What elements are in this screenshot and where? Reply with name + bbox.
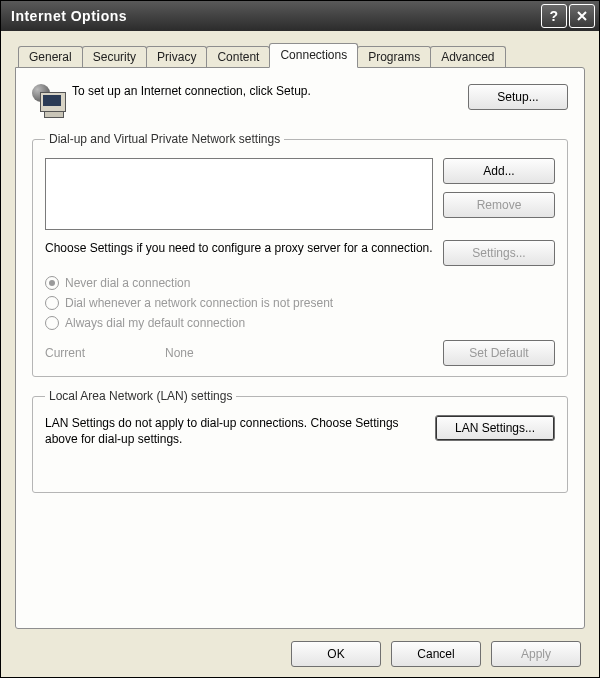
settings-button[interactable]: Settings... bbox=[443, 240, 555, 266]
tab-privacy[interactable]: Privacy bbox=[146, 46, 207, 68]
radio-icon bbox=[45, 316, 59, 330]
help-button[interactable]: ? bbox=[541, 4, 567, 28]
radio-icon bbox=[45, 296, 59, 310]
lan-desc: LAN Settings do not apply to dial-up con… bbox=[45, 415, 423, 447]
cancel-button[interactable]: Cancel bbox=[391, 641, 481, 667]
window-title: Internet Options bbox=[11, 8, 127, 24]
tab-advanced[interactable]: Advanced bbox=[430, 46, 505, 68]
connections-listbox[interactable] bbox=[45, 158, 433, 230]
ok-button[interactable]: OK bbox=[291, 641, 381, 667]
current-label: Current bbox=[45, 346, 165, 360]
tab-connections[interactable]: Connections bbox=[269, 43, 358, 68]
radio-icon bbox=[45, 276, 59, 290]
connection-icon bbox=[32, 84, 72, 118]
dialup-group: Dial-up and Virtual Private Network sett… bbox=[32, 132, 568, 377]
remove-button[interactable]: Remove bbox=[443, 192, 555, 218]
tab-security[interactable]: Security bbox=[82, 46, 147, 68]
tab-programs[interactable]: Programs bbox=[357, 46, 431, 68]
radio-label: Never dial a connection bbox=[65, 276, 190, 290]
set-default-button[interactable]: Set Default bbox=[443, 340, 555, 366]
radio-never-dial[interactable]: Never dial a connection bbox=[45, 276, 555, 290]
dialup-legend: Dial-up and Virtual Private Network sett… bbox=[45, 132, 284, 146]
setup-button[interactable]: Setup... bbox=[468, 84, 568, 110]
apply-button[interactable]: Apply bbox=[491, 641, 581, 667]
lan-legend: Local Area Network (LAN) settings bbox=[45, 389, 236, 403]
lan-group: Local Area Network (LAN) settings LAN Se… bbox=[32, 389, 568, 493]
dial-radio-group: Never dial a connection Dial whenever a … bbox=[45, 276, 555, 330]
tab-content[interactable]: Content bbox=[206, 46, 270, 68]
current-value: None bbox=[165, 346, 443, 360]
radio-dial-whenever[interactable]: Dial whenever a network connection is no… bbox=[45, 296, 555, 310]
internet-options-dialog: Internet Options ? General Security Priv… bbox=[0, 0, 600, 678]
add-button[interactable]: Add... bbox=[443, 158, 555, 184]
title-bar: Internet Options ? bbox=[1, 1, 599, 31]
radio-label: Always dial my default connection bbox=[65, 316, 245, 330]
tab-strip: General Security Privacy Content Connect… bbox=[15, 41, 585, 67]
lan-settings-button[interactable]: LAN Settings... bbox=[435, 415, 555, 441]
radio-always-dial[interactable]: Always dial my default connection bbox=[45, 316, 555, 330]
intro-text: To set up an Internet connection, click … bbox=[72, 84, 468, 100]
connections-panel: To set up an Internet connection, click … bbox=[15, 67, 585, 629]
dialog-button-bar: OK Cancel Apply bbox=[15, 629, 585, 667]
tab-general[interactable]: General bbox=[18, 46, 83, 68]
dialup-desc: Choose Settings if you need to configure… bbox=[45, 240, 433, 256]
radio-label: Dial whenever a network connection is no… bbox=[65, 296, 333, 310]
close-button[interactable] bbox=[569, 4, 595, 28]
